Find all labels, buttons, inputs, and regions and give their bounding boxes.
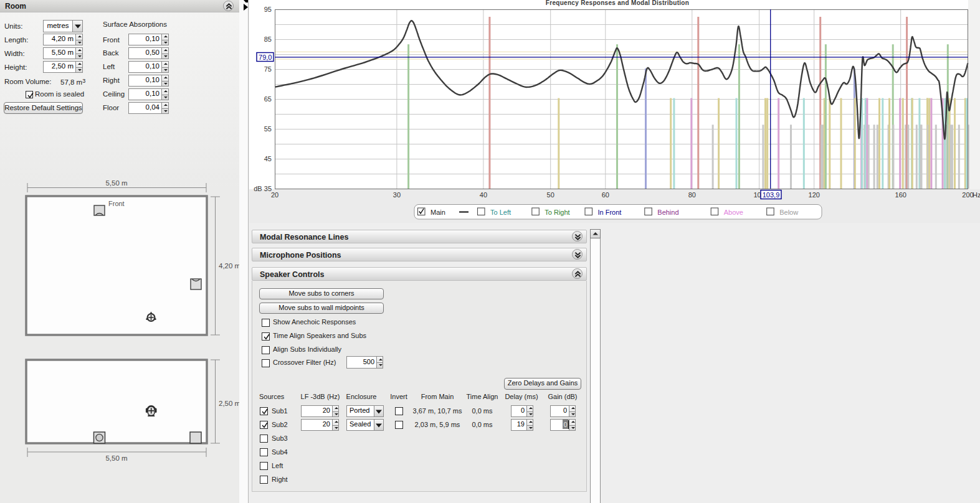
svg-text:Front: Front	[108, 200, 125, 207]
svg-text:79,0: 79,0	[259, 54, 272, 61]
svg-text:Above: Above	[724, 209, 743, 216]
svg-text:Below: Below	[779, 209, 798, 216]
svg-text:In Front: In Front	[598, 209, 622, 216]
svg-text:20: 20	[271, 191, 278, 199]
svg-text:Behind: Behind	[657, 209, 678, 216]
svg-text:95: 95	[264, 6, 272, 13]
svg-text:To Left: To Left	[490, 209, 511, 216]
svg-text:103,9: 103,9	[763, 191, 780, 199]
svg-text:30: 30	[393, 191, 401, 199]
svg-text:85: 85	[264, 35, 272, 43]
svg-text:55: 55	[264, 125, 272, 133]
svg-text:50: 50	[547, 191, 554, 199]
svg-text:40: 40	[480, 191, 487, 199]
svg-text:2,50 m: 2,50 m	[219, 400, 240, 407]
svg-text:65: 65	[264, 95, 272, 103]
svg-text:5,50 m: 5,50 m	[105, 179, 127, 187]
svg-text:4,20 m: 4,20 m	[219, 262, 240, 270]
svg-text:60: 60	[602, 191, 609, 199]
svg-text:Main: Main	[431, 209, 445, 216]
svg-text:160: 160	[895, 191, 906, 199]
svg-text:120: 120	[809, 191, 820, 199]
svg-text:75: 75	[264, 65, 272, 73]
svg-text:80: 80	[688, 191, 696, 199]
svg-text:200: 200	[962, 191, 973, 199]
svg-text:Hz: Hz	[973, 191, 980, 199]
svg-text:5,50 m: 5,50 m	[105, 454, 127, 462]
svg-text:Frequency Responses and Modal: Frequency Responses and Modal Distributi…	[546, 0, 689, 6]
svg-text:To Right: To Right	[545, 209, 569, 216]
svg-text:dB 35: dB 35	[254, 185, 272, 192]
svg-text:45: 45	[264, 155, 272, 162]
